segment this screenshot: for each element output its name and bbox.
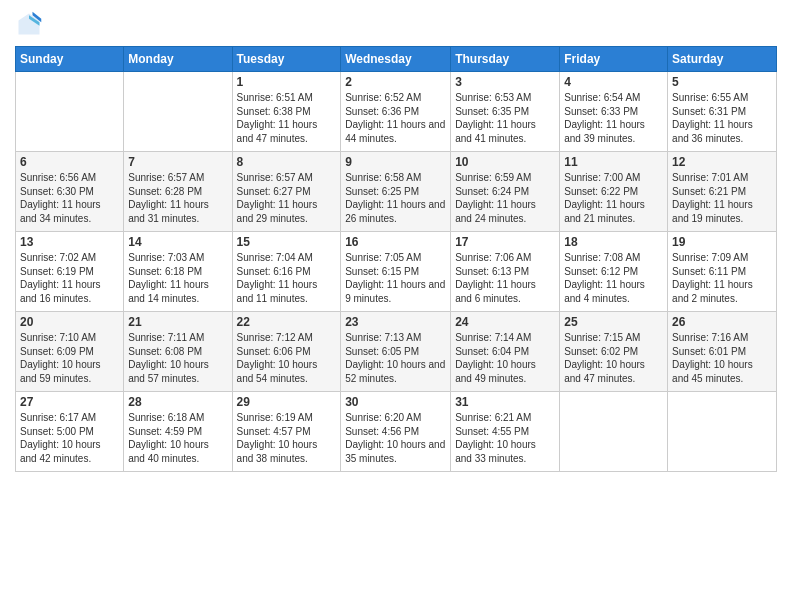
- calendar-cell: 31Sunrise: 6:21 AM Sunset: 4:55 PM Dayli…: [451, 392, 560, 472]
- weekday-header-sunday: Sunday: [16, 47, 124, 72]
- day-number: 24: [455, 315, 555, 329]
- day-number: 16: [345, 235, 446, 249]
- day-info: Sunrise: 6:19 AM Sunset: 4:57 PM Dayligh…: [237, 411, 337, 465]
- day-number: 7: [128, 155, 227, 169]
- weekday-header-wednesday: Wednesday: [341, 47, 451, 72]
- day-info: Sunrise: 6:52 AM Sunset: 6:36 PM Dayligh…: [345, 91, 446, 145]
- calendar-cell: 13Sunrise: 7:02 AM Sunset: 6:19 PM Dayli…: [16, 232, 124, 312]
- calendar-cell: 23Sunrise: 7:13 AM Sunset: 6:05 PM Dayli…: [341, 312, 451, 392]
- day-info: Sunrise: 6:53 AM Sunset: 6:35 PM Dayligh…: [455, 91, 555, 145]
- calendar-cell: 30Sunrise: 6:20 AM Sunset: 4:56 PM Dayli…: [341, 392, 451, 472]
- day-number: 20: [20, 315, 119, 329]
- calendar-cell: [124, 72, 232, 152]
- day-number: 9: [345, 155, 446, 169]
- calendar-cell: [560, 392, 668, 472]
- day-number: 2: [345, 75, 446, 89]
- day-info: Sunrise: 7:15 AM Sunset: 6:02 PM Dayligh…: [564, 331, 663, 385]
- day-info: Sunrise: 6:17 AM Sunset: 5:00 PM Dayligh…: [20, 411, 119, 465]
- calendar-cell: 22Sunrise: 7:12 AM Sunset: 6:06 PM Dayli…: [232, 312, 341, 392]
- calendar-cell: 9Sunrise: 6:58 AM Sunset: 6:25 PM Daylig…: [341, 152, 451, 232]
- calendar-cell: 1Sunrise: 6:51 AM Sunset: 6:38 PM Daylig…: [232, 72, 341, 152]
- day-info: Sunrise: 7:01 AM Sunset: 6:21 PM Dayligh…: [672, 171, 772, 225]
- day-info: Sunrise: 6:56 AM Sunset: 6:30 PM Dayligh…: [20, 171, 119, 225]
- calendar-cell: 19Sunrise: 7:09 AM Sunset: 6:11 PM Dayli…: [668, 232, 777, 312]
- calendar-cell: 11Sunrise: 7:00 AM Sunset: 6:22 PM Dayli…: [560, 152, 668, 232]
- day-number: 27: [20, 395, 119, 409]
- calendar-cell: 7Sunrise: 6:57 AM Sunset: 6:28 PM Daylig…: [124, 152, 232, 232]
- weekday-header-row: SundayMondayTuesdayWednesdayThursdayFrid…: [16, 47, 777, 72]
- day-number: 15: [237, 235, 337, 249]
- weekday-header-saturday: Saturday: [668, 47, 777, 72]
- day-number: 26: [672, 315, 772, 329]
- calendar-cell: 25Sunrise: 7:15 AM Sunset: 6:02 PM Dayli…: [560, 312, 668, 392]
- calendar-cell: 29Sunrise: 6:19 AM Sunset: 4:57 PM Dayli…: [232, 392, 341, 472]
- calendar-cell: 5Sunrise: 6:55 AM Sunset: 6:31 PM Daylig…: [668, 72, 777, 152]
- day-info: Sunrise: 7:00 AM Sunset: 6:22 PM Dayligh…: [564, 171, 663, 225]
- calendar-page: SundayMondayTuesdayWednesdayThursdayFrid…: [0, 0, 792, 612]
- calendar-cell: 20Sunrise: 7:10 AM Sunset: 6:09 PM Dayli…: [16, 312, 124, 392]
- day-info: Sunrise: 7:06 AM Sunset: 6:13 PM Dayligh…: [455, 251, 555, 305]
- calendar-cell: 28Sunrise: 6:18 AM Sunset: 4:59 PM Dayli…: [124, 392, 232, 472]
- day-number: 22: [237, 315, 337, 329]
- day-info: Sunrise: 6:18 AM Sunset: 4:59 PM Dayligh…: [128, 411, 227, 465]
- logo: [15, 10, 47, 38]
- day-info: Sunrise: 7:10 AM Sunset: 6:09 PM Dayligh…: [20, 331, 119, 385]
- day-number: 5: [672, 75, 772, 89]
- weekday-header-friday: Friday: [560, 47, 668, 72]
- weekday-header-monday: Monday: [124, 47, 232, 72]
- day-info: Sunrise: 7:05 AM Sunset: 6:15 PM Dayligh…: [345, 251, 446, 305]
- day-info: Sunrise: 7:13 AM Sunset: 6:05 PM Dayligh…: [345, 331, 446, 385]
- calendar-cell: [668, 392, 777, 472]
- calendar-cell: 21Sunrise: 7:11 AM Sunset: 6:08 PM Dayli…: [124, 312, 232, 392]
- day-number: 21: [128, 315, 227, 329]
- week-row-4: 20Sunrise: 7:10 AM Sunset: 6:09 PM Dayli…: [16, 312, 777, 392]
- week-row-3: 13Sunrise: 7:02 AM Sunset: 6:19 PM Dayli…: [16, 232, 777, 312]
- day-info: Sunrise: 6:58 AM Sunset: 6:25 PM Dayligh…: [345, 171, 446, 225]
- calendar-cell: 17Sunrise: 7:06 AM Sunset: 6:13 PM Dayli…: [451, 232, 560, 312]
- day-number: 18: [564, 235, 663, 249]
- day-number: 8: [237, 155, 337, 169]
- calendar-cell: 27Sunrise: 6:17 AM Sunset: 5:00 PM Dayli…: [16, 392, 124, 472]
- day-number: 19: [672, 235, 772, 249]
- day-info: Sunrise: 6:54 AM Sunset: 6:33 PM Dayligh…: [564, 91, 663, 145]
- day-number: 10: [455, 155, 555, 169]
- day-info: Sunrise: 7:04 AM Sunset: 6:16 PM Dayligh…: [237, 251, 337, 305]
- day-number: 17: [455, 235, 555, 249]
- calendar-cell: 4Sunrise: 6:54 AM Sunset: 6:33 PM Daylig…: [560, 72, 668, 152]
- calendar-cell: 2Sunrise: 6:52 AM Sunset: 6:36 PM Daylig…: [341, 72, 451, 152]
- logo-icon: [15, 10, 43, 38]
- day-info: Sunrise: 7:08 AM Sunset: 6:12 PM Dayligh…: [564, 251, 663, 305]
- calendar-cell: [16, 72, 124, 152]
- day-number: 23: [345, 315, 446, 329]
- week-row-5: 27Sunrise: 6:17 AM Sunset: 5:00 PM Dayli…: [16, 392, 777, 472]
- calendar-cell: 26Sunrise: 7:16 AM Sunset: 6:01 PM Dayli…: [668, 312, 777, 392]
- day-number: 12: [672, 155, 772, 169]
- calendar-cell: 3Sunrise: 6:53 AM Sunset: 6:35 PM Daylig…: [451, 72, 560, 152]
- day-info: Sunrise: 7:11 AM Sunset: 6:08 PM Dayligh…: [128, 331, 227, 385]
- week-row-1: 1Sunrise: 6:51 AM Sunset: 6:38 PM Daylig…: [16, 72, 777, 152]
- calendar-cell: 10Sunrise: 6:59 AM Sunset: 6:24 PM Dayli…: [451, 152, 560, 232]
- day-number: 1: [237, 75, 337, 89]
- day-info: Sunrise: 7:02 AM Sunset: 6:19 PM Dayligh…: [20, 251, 119, 305]
- calendar-cell: 14Sunrise: 7:03 AM Sunset: 6:18 PM Dayli…: [124, 232, 232, 312]
- calendar-cell: 6Sunrise: 6:56 AM Sunset: 6:30 PM Daylig…: [16, 152, 124, 232]
- day-info: Sunrise: 6:21 AM Sunset: 4:55 PM Dayligh…: [455, 411, 555, 465]
- day-number: 13: [20, 235, 119, 249]
- header: [15, 10, 777, 38]
- day-number: 6: [20, 155, 119, 169]
- day-number: 4: [564, 75, 663, 89]
- day-info: Sunrise: 6:51 AM Sunset: 6:38 PM Dayligh…: [237, 91, 337, 145]
- calendar-table: SundayMondayTuesdayWednesdayThursdayFrid…: [15, 46, 777, 472]
- day-info: Sunrise: 6:55 AM Sunset: 6:31 PM Dayligh…: [672, 91, 772, 145]
- calendar-cell: 12Sunrise: 7:01 AM Sunset: 6:21 PM Dayli…: [668, 152, 777, 232]
- day-number: 30: [345, 395, 446, 409]
- calendar-cell: 18Sunrise: 7:08 AM Sunset: 6:12 PM Dayli…: [560, 232, 668, 312]
- day-number: 28: [128, 395, 227, 409]
- calendar-cell: 15Sunrise: 7:04 AM Sunset: 6:16 PM Dayli…: [232, 232, 341, 312]
- day-number: 3: [455, 75, 555, 89]
- day-info: Sunrise: 7:09 AM Sunset: 6:11 PM Dayligh…: [672, 251, 772, 305]
- day-info: Sunrise: 6:57 AM Sunset: 6:28 PM Dayligh…: [128, 171, 227, 225]
- day-info: Sunrise: 6:59 AM Sunset: 6:24 PM Dayligh…: [455, 171, 555, 225]
- day-info: Sunrise: 7:14 AM Sunset: 6:04 PM Dayligh…: [455, 331, 555, 385]
- day-number: 31: [455, 395, 555, 409]
